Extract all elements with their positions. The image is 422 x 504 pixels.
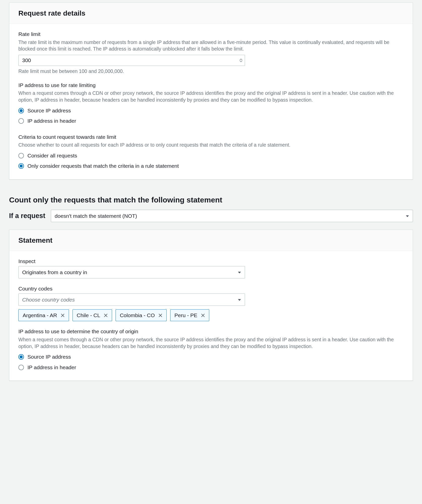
country-token: Chile - CL [73, 309, 112, 321]
select-value: doesn't match the statement (NOT) [55, 213, 137, 219]
radio-label: Consider all requests [27, 152, 77, 159]
statement-panel: Statement Inspect Originates from a coun… [9, 230, 413, 381]
radio-label: IP address in header [27, 364, 76, 371]
radio-origin-ip-in-header[interactable]: IP address in header [18, 363, 404, 373]
rate-limit-field: Rate limit The rate limit is the maximum… [18, 30, 404, 75]
radio-label: Source IP address [27, 107, 71, 114]
radio-label: Only consider requests that match the cr… [27, 162, 179, 170]
close-icon [201, 313, 205, 317]
rate-limit-label: Rate limit [18, 30, 404, 38]
token-remove-button[interactable] [103, 313, 108, 318]
close-icon [158, 313, 162, 317]
origin-ip-label: IP address to use to determine the count… [18, 328, 404, 335]
chevron-up-icon [239, 58, 242, 60]
token-label: Colombia - CO [120, 312, 155, 319]
token-label: Chile - CL [77, 312, 100, 319]
radio-dot-selected-icon [18, 108, 24, 113]
panel-body: Rate limit The rate limit is the maximum… [9, 24, 413, 179]
country-codes-field: Country codes Choose country codes Argen… [18, 285, 404, 321]
panel-title: Request rate details [18, 8, 404, 18]
radio-ip-in-header[interactable]: IP address in header [18, 116, 404, 127]
inspect-label: Inspect [18, 258, 404, 265]
ip-rate-limit-field: IP address to use for rate limiting When… [18, 81, 404, 127]
criteria-field: Criteria to count request towards rate l… [18, 133, 404, 172]
rate-limit-help: Rate limit must be between 100 and 20,00… [18, 68, 404, 75]
radio-dot-selected-icon [18, 163, 24, 169]
token-label: Argentina - AR [23, 312, 57, 319]
if-a-request-label: If a request [9, 211, 45, 221]
country-token: Peru - PE [170, 309, 209, 321]
rate-limit-input[interactable] [18, 55, 245, 66]
caret-down-icon [238, 296, 241, 303]
rate-limit-desc: The rate limit is the maximum number of … [18, 39, 404, 53]
token-remove-button[interactable] [158, 313, 163, 318]
count-heading: Count only the requests that match the f… [9, 195, 413, 205]
country-codes-tokens: Argentina - AR Chile - CL Colombia - CO [18, 309, 404, 321]
token-remove-button[interactable] [60, 313, 65, 318]
token-remove-button[interactable] [200, 313, 205, 318]
if-a-request-select[interactable]: doesn't match the statement (NOT) [51, 210, 413, 222]
origin-ip-desc: When a request comes through a CDN or ot… [18, 336, 404, 350]
panel-header: Statement [9, 230, 413, 251]
country-codes-label: Country codes [18, 285, 404, 292]
radio-consider-all[interactable]: Consider all requests [18, 151, 404, 161]
inspect-field: Inspect Originates from a country in [18, 258, 404, 278]
criteria-label: Criteria to count request towards rate l… [18, 133, 404, 141]
close-icon [104, 313, 108, 317]
country-token: Argentina - AR [18, 309, 69, 321]
country-codes-select[interactable]: Choose country codes [18, 293, 245, 306]
radio-only-match[interactable]: Only consider requests that match the cr… [18, 161, 404, 172]
ip-rate-limit-desc: When a request comes through a CDN or ot… [18, 90, 404, 103]
panel-title: Statement [18, 235, 404, 245]
caret-down-icon [406, 212, 409, 220]
panel-body: Inspect Originates from a country in Cou… [9, 251, 413, 381]
radio-dot-icon [18, 118, 24, 124]
caret-down-icon [238, 269, 241, 276]
select-placeholder: Choose country codes [22, 297, 75, 303]
ip-rate-limit-label: IP address to use for rate limiting [18, 81, 404, 89]
request-rate-details-panel: Request rate details Rate limit The rate… [9, 3, 413, 180]
country-token: Colombia - CO [116, 309, 167, 321]
radio-label: Source IP address [27, 353, 71, 360]
radio-origin-source-ip[interactable]: Source IP address [18, 352, 404, 362]
radio-dot-icon [18, 365, 24, 370]
rate-limit-stepper[interactable] [239, 58, 242, 62]
radio-dot-selected-icon [18, 354, 24, 360]
radio-dot-icon [18, 153, 24, 158]
panel-header: Request rate details [9, 3, 413, 24]
radio-source-ip[interactable]: Source IP address [18, 106, 404, 116]
select-value: Originates from a country in [22, 269, 87, 275]
inspect-select[interactable]: Originates from a country in [18, 266, 245, 278]
chevron-down-icon [239, 60, 242, 62]
if-a-request-row: If a request doesn't match the statement… [9, 210, 413, 222]
token-label: Peru - PE [174, 312, 197, 319]
rate-limit-input-wrap [18, 55, 245, 66]
radio-label: IP address in header [27, 117, 76, 124]
origin-ip-field: IP address to use to determine the count… [18, 328, 404, 373]
criteria-desc: Choose whether to count all requests for… [18, 142, 404, 148]
close-icon [61, 313, 65, 317]
